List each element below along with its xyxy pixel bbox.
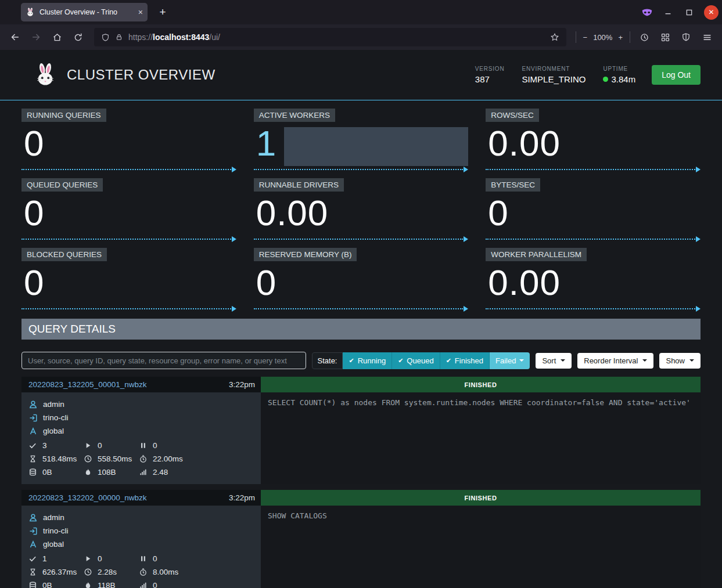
query-user: admin [43,513,64,522]
completed-splits: 3 [42,441,47,450]
stat-label: BLOCKED QUERIES [21,248,107,261]
sparkline-tip-icon [232,236,236,242]
sort-dropdown[interactable]: Sort [536,353,572,369]
cumulative-memory: 0 [153,581,157,588]
version-value: 387 [475,74,505,84]
wall-time-icon [28,568,38,577]
browser-tab[interactable]: Cluster Overview - Trino × [21,3,148,21]
tracking-shield-icon[interactable] [101,33,110,42]
tab-close-icon[interactable]: × [138,8,143,17]
cpu-time: 8.00ms [153,568,178,576]
state-filter-label: State: [312,352,343,369]
queued-splits-icon [139,441,148,450]
wall-time: 626.37ms [42,568,77,576]
peak-memory: 118B [98,581,116,588]
sparkline-tip-icon [696,167,701,172]
query-time: 3:22pm [229,380,255,389]
back-icon[interactable] [6,27,24,47]
new-tab-button[interactable]: + [155,4,171,20]
stat-tile-blocked-queries: BLOCKED QUERIES 0 [21,248,236,312]
queued-splits: 0 [153,441,157,450]
forward-icon[interactable] [27,27,45,47]
zoom-level[interactable]: 100% [593,33,612,42]
show-dropdown[interactable]: Show [659,353,701,369]
query-status-bar: FINISHED [261,377,701,392]
bookmark-star-icon[interactable] [550,33,559,42]
peak-memory-icon [84,581,93,588]
stat-tile-worker-parallelism: WORKER PARALLELISM 0.00 [486,248,701,312]
cumulative-memory: 2.48 [153,468,168,477]
minimize-button[interactable] [662,6,674,18]
reorder-interval-dropdown[interactable]: Reorder Interval [577,353,653,369]
stat-tile-active-workers: ACTIVE WORKERS 1 [254,109,469,172]
state-filter-failed[interactable]: Failed [490,352,530,369]
sparkline-tip-icon [232,306,236,312]
menu-icon[interactable] [698,27,716,47]
query-summary-panel: admin trino-cli global 3 0 0 518.48ms 55… [21,392,261,484]
uptime-value: 3.84m [603,74,635,84]
extensions-icon[interactable] [656,27,674,47]
zoom-out-button[interactable]: − [583,33,588,42]
wall-time-icon [28,454,38,464]
query-details-header: QUERY DETAILS [21,319,701,340]
current-memory-icon [28,468,38,477]
completed-splits-icon [28,554,38,564]
history-icon[interactable] [635,27,653,47]
elapsed-time: 558.50ms [98,454,132,463]
stat-label: BYTES/SEC [486,178,540,192]
sparkline-tip-icon [464,167,468,172]
running-splits: 0 [98,554,102,563]
state-filter-running[interactable]: ✔Running [343,352,392,369]
stat-tile-runnable-drivers: RUNNABLE DRIVERS 0.00 [254,178,469,242]
running-splits-icon [84,441,93,450]
reload-icon[interactable] [69,27,87,47]
query-resource-group: global [43,540,64,549]
query-details-toolbar: State: ✔Running ✔Queued ✔Finished Failed… [21,352,701,369]
zoom-in-button[interactable]: + [618,33,623,42]
stat-label: RUNNABLE DRIVERS [254,178,344,192]
version-label: VERSION [475,66,505,72]
current-memory-icon [28,581,38,588]
stat-label: ROWS/SEC [486,109,539,122]
stat-tile-rows-sec: ROWS/SEC 0.00 [486,109,701,172]
caret-down-icon [519,359,524,362]
stat-label: RESERVED MEMORY (B) [254,248,357,261]
cluster-stats-grid: RUNNING QUERIES 0 ACTIVE WORKERS 1 ROWS/… [21,109,701,312]
query-id-link[interactable]: 20220823_132202_00000_nwbzk [28,493,146,502]
query-text: SHOW CATALOGS [261,506,701,588]
sparkline [21,169,231,170]
completed-splits: 1 [42,554,47,563]
maximize-button[interactable] [683,6,695,18]
url-text[interactable]: https://localhost:8443/ui/ [128,33,220,42]
query-search-input[interactable] [21,352,306,369]
query-id-link[interactable]: 20220823_132205_00001_nwbzk [28,380,146,389]
sparkline [486,239,695,240]
query-card-header: 20220823_132205_00001_nwbzk 3:22pm [21,377,261,392]
query-card: 20220823_132205_00001_nwbzk 3:22pm FINIS… [21,377,701,484]
sparkline-tip-icon [464,236,468,242]
elapsed-time: 2.28s [98,568,117,576]
logout-button[interactable]: Log Out [652,65,701,85]
sparkline-tip-icon [464,306,468,312]
lock-icon[interactable] [115,33,123,41]
sparkline [21,308,231,309]
url-bar[interactable]: https://localhost:8443/ui/ [94,28,566,46]
close-button[interactable]: ✕ [704,5,719,20]
check-icon: ✔ [349,357,354,365]
state-filter-queued[interactable]: ✔Queued [392,352,440,369]
stat-label: ACTIVE WORKERS [254,109,335,122]
home-icon[interactable] [48,27,66,47]
elapsed-time-icon [84,568,93,577]
sparkline [486,308,695,309]
wall-time: 518.48ms [42,454,77,463]
cumulative-memory-icon [139,581,148,588]
protections-shield-icon[interactable] [677,27,695,47]
query-card-header: 20220823_132202_00000_nwbzk 3:22pm [21,490,261,506]
zoom-controls: − 100% + [583,33,623,42]
cpu-time: 22.00ms [153,454,183,463]
state-filter-finished[interactable]: ✔Finished [440,352,490,369]
stat-value: 0 [24,193,44,233]
stat-value: 0 [24,263,44,302]
sparkline [486,169,695,170]
trino-favicon-icon [26,8,35,17]
